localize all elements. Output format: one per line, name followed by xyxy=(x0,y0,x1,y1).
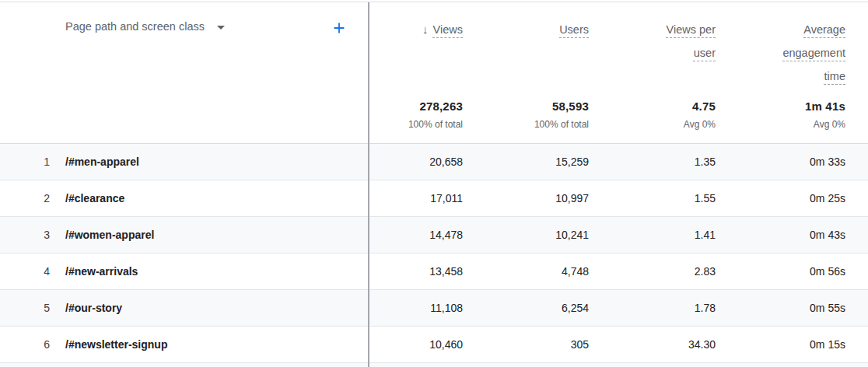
page-path-cell: /#newsletter-signup xyxy=(54,338,369,351)
column-header-avg-engagement-label[interactable]: Average engagement time xyxy=(777,18,845,88)
table-row: 3 /#women-apparel 14,478 10,241 1.41 0m … xyxy=(0,217,868,253)
analytics-report-table: Page path and screen class ↓Views 278,26… xyxy=(0,0,868,367)
row-index: 6 xyxy=(0,338,54,351)
page-path-cell: /#clearance xyxy=(54,192,369,204)
add-dimension-button[interactable] xyxy=(331,19,348,37)
table-header: Page path and screen class ↓Views 278,26… xyxy=(0,2,868,144)
avg-engagement-cell: 0m 33s xyxy=(716,156,845,168)
views-cell: 10,460 xyxy=(369,338,463,351)
avg-engagement-cell: 0m 55s xyxy=(716,302,845,314)
total-users-value: 58,593 xyxy=(534,100,589,113)
dimension-header-cell: Page path and screen class xyxy=(0,2,369,143)
users-cell: 305 xyxy=(463,338,589,351)
users-cell: 10,241 xyxy=(463,229,589,241)
views-cell: 13,458 xyxy=(369,265,463,278)
pane-divider xyxy=(368,2,369,367)
row-index: 3 xyxy=(0,229,54,241)
total-views: 278,263 100% of total xyxy=(408,100,463,130)
dimension-selector-dropdown[interactable]: Page path and screen class xyxy=(65,20,225,33)
table-row-partial xyxy=(0,363,868,367)
table-row: 6 /#newsletter-signup 10,460 305 34.30 0… xyxy=(0,327,868,363)
total-views-value: 278,263 xyxy=(408,100,463,113)
users-cell: 4,748 xyxy=(463,265,589,278)
page-path-cell: /#men-apparel xyxy=(54,156,369,168)
total-users: 58,593 100% of total xyxy=(534,100,589,130)
views-cell: 20,658 xyxy=(369,156,463,168)
views-per-user-cell: 1.35 xyxy=(589,156,716,168)
data-table: Page path and screen class ↓Views 278,26… xyxy=(0,2,868,367)
column-header-users-label[interactable]: Users xyxy=(559,18,589,41)
row-index: 1 xyxy=(0,156,54,168)
views-cell: 14,478 xyxy=(369,229,463,241)
total-avg-engagement: 1m 41s Avg 0% xyxy=(805,100,845,130)
total-views-per-user-subtext: Avg 0% xyxy=(684,119,716,130)
table-row: 1 /#men-apparel 20,658 15,259 1.35 0m 33… xyxy=(0,144,868,180)
views-per-user-cell: 1.41 xyxy=(589,229,716,241)
column-header-users: Users 58,593 100% of total xyxy=(463,2,589,143)
views-per-user-cell: 34.30 xyxy=(589,338,716,351)
total-avg-engagement-value: 1m 41s xyxy=(805,100,845,113)
total-views-per-user: 4.75 Avg 0% xyxy=(684,100,716,130)
total-avg-engagement-subtext: Avg 0% xyxy=(805,119,845,130)
users-cell: 6,254 xyxy=(463,302,589,314)
page-path-cell: /#new-arrivals xyxy=(54,265,369,278)
avg-engagement-cell: 0m 15s xyxy=(716,338,845,351)
column-header-views: ↓Views 278,263 100% of total xyxy=(369,2,463,143)
users-cell: 10,997 xyxy=(463,192,589,204)
page-path-cell: /#our-story xyxy=(54,302,369,314)
views-per-user-cell: 1.78 xyxy=(589,302,716,314)
row-index: 4 xyxy=(0,265,54,278)
table-row: 5 /#our-story 11,108 6,254 1.78 0m 55s xyxy=(0,290,868,327)
dimension-label: Page path and screen class xyxy=(65,20,205,33)
total-views-per-user-value: 4.75 xyxy=(684,100,716,113)
column-header-views-per-user-label[interactable]: Views per user xyxy=(647,18,716,65)
row-index: 5 xyxy=(0,302,54,314)
sort-descending-icon: ↓ xyxy=(422,18,429,41)
users-cell: 15,259 xyxy=(463,156,589,168)
avg-engagement-cell: 0m 56s xyxy=(716,265,845,278)
views-cell: 17,011 xyxy=(369,192,463,204)
table-row: 2 /#clearance 17,011 10,997 1.55 0m 25s xyxy=(0,180,868,217)
views-cell: 11,108 xyxy=(369,302,463,314)
row-index: 2 xyxy=(0,192,54,204)
column-header-views-per-user: Views per user 4.75 Avg 0% xyxy=(589,2,716,143)
table-row: 4 /#new-arrivals 13,458 4,748 2.83 0m 56… xyxy=(0,253,868,290)
avg-engagement-cell: 0m 43s xyxy=(716,229,845,241)
views-per-user-cell: 1.55 xyxy=(589,192,716,204)
avg-engagement-cell: 0m 25s xyxy=(716,192,845,204)
total-views-subtext: 100% of total xyxy=(408,119,463,130)
views-per-user-cell: 2.83 xyxy=(589,265,716,278)
plus-icon xyxy=(331,19,348,37)
column-header-avg-engagement: Average engagement time 1m 41s Avg 0% xyxy=(716,2,845,143)
column-header-views-label[interactable]: ↓Views xyxy=(422,18,463,41)
page-path-cell: /#women-apparel xyxy=(54,229,369,241)
caret-down-icon xyxy=(217,26,225,30)
total-users-subtext: 100% of total xyxy=(534,119,589,130)
